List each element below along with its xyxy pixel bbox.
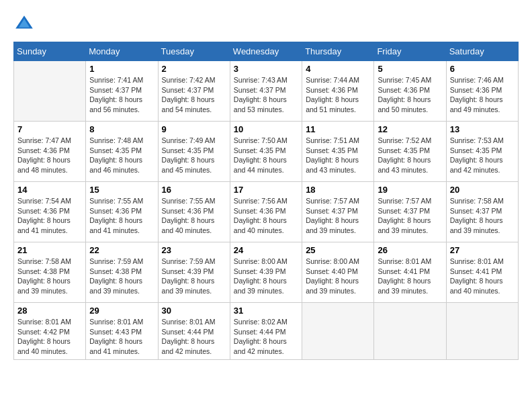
calendar-cell: 6Sunrise: 7:46 AMSunset: 4:36 PMDaylight… [446, 61, 518, 122]
day-number: 26 [378, 245, 442, 255]
day-number: 11 [306, 124, 370, 134]
week-row: 28Sunrise: 8:01 AMSunset: 4:42 PMDayligh… [14, 303, 519, 360]
day-number: 18 [306, 185, 370, 195]
calendar-cell: 7Sunrise: 7:47 AMSunset: 4:36 PMDaylight… [14, 122, 86, 182]
calendar-cell: 4Sunrise: 7:44 AMSunset: 4:36 PMDaylight… [302, 61, 374, 122]
day-number: 21 [17, 245, 82, 255]
day-info: Sunrise: 7:55 AMSunset: 4:36 PMDaylight:… [89, 196, 154, 236]
day-info: Sunrise: 7:55 AMSunset: 4:36 PMDaylight:… [162, 196, 226, 236]
calendar-cell: 31Sunrise: 8:02 AMSunset: 4:44 PMDayligh… [230, 303, 302, 360]
calendar-table: SundayMondayTuesdayWednesdayThursdayFrid… [13, 42, 519, 360]
calendar-cell [302, 303, 374, 360]
calendar-cell: 2Sunrise: 7:42 AMSunset: 4:37 PMDaylight… [158, 61, 230, 122]
calendar-cell: 3Sunrise: 7:43 AMSunset: 4:37 PMDaylight… [230, 61, 302, 122]
day-info: Sunrise: 8:01 AMSunset: 4:42 PMDaylight:… [17, 317, 82, 357]
calendar-cell: 8Sunrise: 7:48 AMSunset: 4:35 PMDaylight… [86, 122, 158, 182]
day-info: Sunrise: 7:56 AMSunset: 4:36 PMDaylight:… [234, 196, 298, 236]
calendar-cell: 1Sunrise: 7:41 AMSunset: 4:37 PMDaylight… [86, 61, 158, 122]
day-number: 22 [89, 245, 154, 255]
day-info: Sunrise: 8:01 AMSunset: 4:43 PMDaylight:… [89, 317, 154, 357]
calendar-cell: 12Sunrise: 7:52 AMSunset: 4:35 PMDayligh… [374, 122, 446, 182]
logo [13, 13, 38, 35]
day-info: Sunrise: 7:47 AMSunset: 4:36 PMDaylight:… [17, 136, 82, 175]
calendar-cell: 22Sunrise: 7:59 AMSunset: 4:38 PMDayligh… [86, 242, 158, 303]
week-row: 7Sunrise: 7:47 AMSunset: 4:36 PMDaylight… [14, 122, 519, 182]
calendar-cell: 20Sunrise: 7:58 AMSunset: 4:37 PMDayligh… [446, 182, 518, 242]
week-row: 21Sunrise: 7:58 AMSunset: 4:38 PMDayligh… [14, 242, 519, 303]
day-info: Sunrise: 8:01 AMSunset: 4:44 PMDaylight:… [162, 317, 226, 357]
calendar-cell: 9Sunrise: 7:49 AMSunset: 4:35 PMDaylight… [158, 122, 230, 182]
day-number: 7 [17, 124, 82, 134]
day-number: 23 [162, 245, 226, 255]
day-info: Sunrise: 8:01 AMSunset: 4:41 PMDaylight:… [378, 257, 442, 296]
day-number: 1 [89, 64, 154, 74]
weekday-header: Thursday [302, 42, 374, 61]
day-info: Sunrise: 7:57 AMSunset: 4:37 PMDaylight:… [378, 196, 442, 236]
day-info: Sunrise: 7:50 AMSunset: 4:35 PMDaylight:… [234, 136, 298, 175]
calendar-cell: 16Sunrise: 7:55 AMSunset: 4:36 PMDayligh… [158, 182, 230, 242]
day-info: Sunrise: 8:01 AMSunset: 4:41 PMDaylight:… [450, 257, 515, 296]
calendar-cell: 21Sunrise: 7:58 AMSunset: 4:38 PMDayligh… [14, 242, 86, 303]
day-number: 19 [378, 185, 442, 195]
day-number: 16 [162, 185, 226, 195]
day-number: 28 [17, 306, 82, 316]
day-number: 29 [89, 306, 154, 316]
day-info: Sunrise: 7:54 AMSunset: 4:36 PMDaylight:… [17, 196, 82, 236]
page-header [13, 13, 519, 35]
calendar-cell: 26Sunrise: 8:01 AMSunset: 4:41 PMDayligh… [374, 242, 446, 303]
day-info: Sunrise: 7:58 AMSunset: 4:37 PMDaylight:… [450, 196, 515, 236]
week-row: 14Sunrise: 7:54 AMSunset: 4:36 PMDayligh… [14, 182, 519, 242]
weekday-header: Friday [374, 42, 446, 61]
day-info: Sunrise: 7:44 AMSunset: 4:36 PMDaylight:… [306, 75, 370, 115]
calendar-cell: 15Sunrise: 7:55 AMSunset: 4:36 PMDayligh… [86, 182, 158, 242]
weekday-header: Saturday [446, 42, 518, 61]
calendar-cell [14, 61, 86, 122]
weekday-header: Tuesday [158, 42, 230, 61]
day-info: Sunrise: 7:52 AMSunset: 4:35 PMDaylight:… [378, 136, 442, 175]
calendar-cell: 28Sunrise: 8:01 AMSunset: 4:42 PMDayligh… [14, 303, 86, 360]
weekday-header: Wednesday [230, 42, 302, 61]
day-info: Sunrise: 7:46 AMSunset: 4:36 PMDaylight:… [450, 75, 515, 115]
day-number: 6 [450, 64, 515, 74]
day-info: Sunrise: 7:57 AMSunset: 4:37 PMDaylight:… [306, 196, 370, 236]
calendar-cell: 13Sunrise: 7:53 AMSunset: 4:35 PMDayligh… [446, 122, 518, 182]
calendar-cell: 24Sunrise: 8:00 AMSunset: 4:39 PMDayligh… [230, 242, 302, 303]
day-number: 4 [306, 64, 370, 74]
day-info: Sunrise: 8:02 AMSunset: 4:44 PMDaylight:… [234, 317, 298, 357]
day-number: 9 [162, 124, 226, 134]
day-info: Sunrise: 7:49 AMSunset: 4:35 PMDaylight:… [162, 136, 226, 175]
calendar-cell [374, 303, 446, 360]
day-number: 27 [450, 245, 515, 255]
day-info: Sunrise: 7:59 AMSunset: 4:38 PMDaylight:… [89, 257, 154, 296]
day-info: Sunrise: 7:45 AMSunset: 4:36 PMDaylight:… [378, 75, 442, 115]
day-number: 20 [450, 185, 515, 195]
day-number: 12 [378, 124, 442, 134]
week-row: 1Sunrise: 7:41 AMSunset: 4:37 PMDaylight… [14, 61, 519, 122]
weekday-header: Sunday [14, 42, 86, 61]
day-info: Sunrise: 7:42 AMSunset: 4:37 PMDaylight:… [162, 75, 226, 115]
calendar-cell: 14Sunrise: 7:54 AMSunset: 4:36 PMDayligh… [14, 182, 86, 242]
calendar-cell: 5Sunrise: 7:45 AMSunset: 4:36 PMDaylight… [374, 61, 446, 122]
day-number: 5 [378, 64, 442, 74]
day-number: 15 [89, 185, 154, 195]
calendar-cell: 29Sunrise: 8:01 AMSunset: 4:43 PMDayligh… [86, 303, 158, 360]
day-number: 10 [234, 124, 298, 134]
day-number: 24 [234, 245, 298, 255]
calendar-cell: 18Sunrise: 7:57 AMSunset: 4:37 PMDayligh… [302, 182, 374, 242]
calendar-cell: 19Sunrise: 7:57 AMSunset: 4:37 PMDayligh… [374, 182, 446, 242]
day-number: 14 [17, 185, 82, 195]
day-info: Sunrise: 7:53 AMSunset: 4:35 PMDaylight:… [450, 136, 515, 175]
calendar-cell: 25Sunrise: 8:00 AMSunset: 4:40 PMDayligh… [302, 242, 374, 303]
day-info: Sunrise: 7:41 AMSunset: 4:37 PMDaylight:… [89, 75, 154, 115]
day-info: Sunrise: 7:58 AMSunset: 4:38 PMDaylight:… [17, 257, 82, 296]
day-info: Sunrise: 7:48 AMSunset: 4:35 PMDaylight:… [89, 136, 154, 175]
day-info: Sunrise: 7:51 AMSunset: 4:35 PMDaylight:… [306, 136, 370, 175]
weekday-header: Monday [86, 42, 158, 61]
day-info: Sunrise: 8:00 AMSunset: 4:39 PMDaylight:… [234, 257, 298, 296]
calendar-cell [446, 303, 518, 360]
day-number: 8 [89, 124, 154, 134]
calendar-cell: 10Sunrise: 7:50 AMSunset: 4:35 PMDayligh… [230, 122, 302, 182]
calendar-cell: 11Sunrise: 7:51 AMSunset: 4:35 PMDayligh… [302, 122, 374, 182]
day-number: 30 [162, 306, 226, 316]
day-number: 17 [234, 185, 298, 195]
